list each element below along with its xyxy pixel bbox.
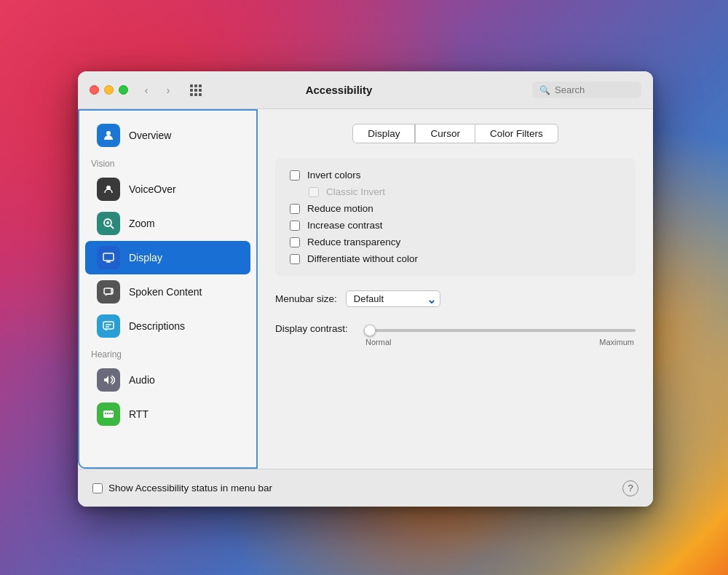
sidebar: Overview Vision VoiceOver bbox=[78, 109, 258, 469]
window-title: Accessibility bbox=[146, 84, 532, 96]
descriptions-icon bbox=[97, 314, 120, 338]
svg-rect-9 bbox=[104, 288, 111, 294]
minimize-button[interactable] bbox=[104, 85, 114, 95]
svg-rect-15 bbox=[107, 413, 108, 414]
sidebar-item-display[interactable]: Display bbox=[85, 241, 250, 274]
main-panel: Display Cursor Color Filters Invert colo… bbox=[258, 109, 653, 469]
differentiate-without-color-label[interactable]: Differentiate without color bbox=[307, 253, 418, 264]
overview-icon bbox=[97, 124, 120, 147]
menubar-size-select[interactable]: Default Large bbox=[346, 290, 440, 307]
main-window: ‹ › Accessibility 🔍 bbox=[78, 71, 653, 507]
svg-rect-14 bbox=[105, 413, 106, 414]
search-bar: 🔍 bbox=[532, 82, 641, 98]
accessibility-status-row: Show Accessibility status in menu bar bbox=[92, 483, 272, 493]
tab-bar: Display Cursor Color Filters bbox=[275, 124, 636, 143]
svg-rect-17 bbox=[111, 413, 113, 414]
slider-labels: Normal Maximum bbox=[275, 338, 636, 346]
menubar-size-select-wrapper: Default Large ⌄ bbox=[346, 290, 440, 307]
sidebar-item-display-label: Display bbox=[129, 252, 162, 263]
voiceover-icon bbox=[97, 178, 120, 201]
sidebar-item-descriptions-label: Descriptions bbox=[129, 320, 185, 332]
sidebar-item-zoom-label: Zoom bbox=[129, 218, 155, 229]
sidebar-item-rtt-label: RTT bbox=[129, 408, 149, 420]
spoken-content-icon bbox=[97, 280, 120, 304]
help-button[interactable]: ? bbox=[622, 480, 638, 496]
svg-rect-10 bbox=[103, 322, 114, 329]
reduce-transparency-row: Reduce transparency bbox=[290, 237, 621, 247]
reduce-transparency-checkbox[interactable] bbox=[290, 237, 300, 247]
tab-display[interactable]: Display bbox=[352, 124, 415, 143]
classic-invert-row: Classic Invert bbox=[309, 186, 621, 197]
slider-container bbox=[364, 322, 636, 335]
menubar-size-label: Menubar size: bbox=[275, 293, 337, 304]
search-input[interactable] bbox=[555, 84, 634, 95]
options-panel: Invert colors Classic Invert Reduce moti… bbox=[275, 158, 636, 276]
bottom-bar: Show Accessibility status in menu bar ? bbox=[78, 469, 653, 507]
sidebar-item-spoken-content[interactable]: Spoken Content bbox=[85, 275, 250, 309]
svg-rect-6 bbox=[103, 253, 114, 261]
tab-cursor[interactable]: Cursor bbox=[415, 124, 475, 143]
slider-max-label: Maximum bbox=[599, 338, 634, 346]
svg-line-3 bbox=[111, 226, 114, 229]
sidebar-item-voiceover-label: VoiceOver bbox=[129, 183, 176, 195]
differentiate-without-color-row: Differentiate without color bbox=[290, 253, 621, 264]
tab-color-filters[interactable]: Color Filters bbox=[475, 124, 558, 143]
classic-invert-label[interactable]: Classic Invert bbox=[326, 186, 385, 197]
zoom-icon bbox=[97, 212, 120, 235]
display-contrast-row: Display contrast: bbox=[275, 322, 636, 335]
menubar-size-row: Menubar size: Default Large ⌄ bbox=[275, 288, 636, 310]
sidebar-item-spoken-content-label: Spoken Content bbox=[129, 286, 202, 298]
sidebar-item-descriptions[interactable]: Descriptions bbox=[85, 309, 250, 343]
content-area: Overview Vision VoiceOver bbox=[78, 109, 653, 469]
invert-colors-row: Invert colors bbox=[290, 170, 621, 181]
differentiate-without-color-checkbox[interactable] bbox=[290, 254, 300, 264]
maximize-button[interactable] bbox=[119, 85, 128, 95]
titlebar: ‹ › Accessibility 🔍 bbox=[78, 71, 653, 109]
show-accessibility-status-label[interactable]: Show Accessibility status in menu bar bbox=[108, 483, 272, 493]
reduce-transparency-label[interactable]: Reduce transparency bbox=[307, 237, 400, 247]
slider-min-label: Normal bbox=[365, 338, 391, 346]
sidebar-item-overview-label: Overview bbox=[129, 130, 171, 141]
svg-rect-16 bbox=[109, 413, 111, 414]
sidebar-item-zoom[interactable]: Zoom bbox=[85, 207, 250, 240]
reduce-motion-checkbox[interactable] bbox=[290, 204, 300, 214]
increase-contrast-row: Increase contrast bbox=[290, 220, 621, 231]
sidebar-item-rtt[interactable]: RTT bbox=[85, 397, 250, 431]
hearing-section-header: Hearing bbox=[79, 344, 256, 362]
show-accessibility-status-checkbox[interactable] bbox=[92, 483, 103, 493]
increase-contrast-label[interactable]: Increase contrast bbox=[307, 220, 383, 231]
audio-icon bbox=[97, 368, 120, 392]
sidebar-item-voiceover[interactable]: VoiceOver bbox=[85, 172, 250, 206]
display-icon bbox=[97, 246, 120, 269]
reduce-motion-label[interactable]: Reduce motion bbox=[307, 203, 373, 214]
display-contrast-label: Display contrast: bbox=[275, 323, 355, 334]
invert-colors-label[interactable]: Invert colors bbox=[307, 170, 361, 181]
increase-contrast-checkbox[interactable] bbox=[290, 221, 300, 231]
reduce-motion-row: Reduce motion bbox=[290, 203, 621, 214]
rtt-icon bbox=[97, 402, 120, 426]
display-contrast-slider[interactable] bbox=[364, 329, 636, 332]
sidebar-item-audio-label: Audio bbox=[129, 374, 155, 386]
traffic-lights bbox=[90, 85, 128, 95]
invert-colors-checkbox[interactable] bbox=[290, 170, 300, 181]
display-contrast-section: Display contrast: Normal Maximum bbox=[275, 322, 636, 346]
close-button[interactable] bbox=[90, 85, 99, 95]
classic-invert-checkbox[interactable] bbox=[309, 187, 319, 197]
search-icon: 🔍 bbox=[539, 85, 550, 95]
vision-section-header: Vision bbox=[79, 153, 256, 172]
sidebar-item-audio[interactable]: Audio bbox=[85, 363, 250, 397]
svg-point-0 bbox=[106, 131, 111, 135]
sidebar-item-overview[interactable]: Overview bbox=[85, 119, 250, 152]
